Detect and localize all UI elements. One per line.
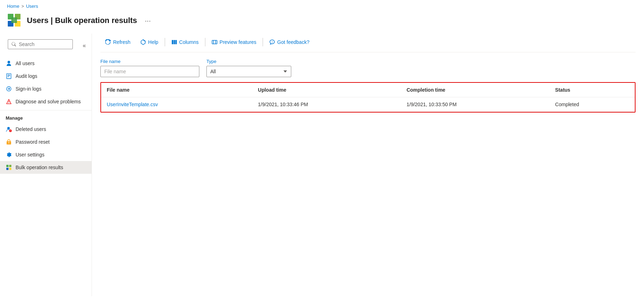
- sidebar-item-all-users-label: All users: [16, 61, 35, 66]
- columns-label: Columns: [179, 39, 199, 45]
- breadcrumb-home[interactable]: Home: [7, 4, 19, 9]
- svg-rect-17: [6, 168, 8, 170]
- cell-completion-time: 1/9/2021, 10:33:50 PM: [401, 97, 549, 112]
- toolbar-separator-1: [165, 38, 165, 46]
- table-header-row: File name Upload time Completion time St…: [101, 83, 635, 97]
- password-icon: [6, 139, 12, 145]
- diagnose-icon: [6, 98, 12, 105]
- table-body: UserInviteTemplate.csv 1/9/2021, 10:33:4…: [101, 97, 635, 112]
- search-input[interactable]: [19, 41, 69, 47]
- cell-upload-time: 1/9/2021, 10:33:46 PM: [252, 97, 401, 112]
- col-completion-time: Completion time: [401, 83, 549, 97]
- feedback-button[interactable]: Got feedback?: [264, 37, 314, 47]
- filename-filter-input[interactable]: [100, 66, 199, 77]
- sidebar-item-user-settings[interactable]: User settings: [0, 148, 92, 161]
- user-icon: [6, 60, 12, 67]
- results-table: File name Upload time Completion time St…: [101, 83, 635, 112]
- sidebar-item-all-users[interactable]: All users: [0, 57, 92, 70]
- svg-rect-22: [212, 40, 217, 44]
- sidebar-item-sign-in-logs-label: Sign-in logs: [16, 86, 41, 92]
- help-icon: [140, 39, 146, 45]
- preview-label: Preview features: [219, 39, 256, 45]
- sidebar-item-bulk-operation-label: Bulk operation results: [16, 165, 63, 170]
- refresh-icon: [105, 39, 111, 45]
- svg-rect-19: [172, 40, 173, 44]
- columns-icon: [171, 39, 177, 45]
- filters-row: File name Type All Bulk create Bulk invi…: [100, 52, 636, 82]
- table-row: UserInviteTemplate.csv 1/9/2021, 10:33:4…: [101, 97, 635, 112]
- refresh-button[interactable]: Refresh: [100, 37, 135, 47]
- type-filter-label: Type: [206, 59, 291, 64]
- svg-rect-15: [6, 165, 8, 167]
- sidebar-item-diagnose[interactable]: Diagnose and solve problems: [0, 95, 92, 108]
- results-table-container: File name Upload time Completion time St…: [100, 82, 636, 113]
- svg-point-12: [7, 127, 10, 130]
- sidebar: « All users Audit logs Sign-in logs: [0, 34, 92, 296]
- table-header: File name Upload time Completion time St…: [101, 83, 635, 97]
- svg-rect-5: [7, 74, 11, 79]
- sidebar-item-sign-in-logs[interactable]: Sign-in logs: [0, 82, 92, 95]
- svg-rect-16: [9, 165, 11, 167]
- feedback-icon: [269, 39, 275, 45]
- sidebar-item-diagnose-label: Diagnose and solve problems: [16, 99, 81, 104]
- col-upload-time: Upload time: [252, 83, 401, 97]
- svg-point-11: [8, 103, 9, 103]
- sidebar-item-deleted-users-label: Deleted users: [16, 126, 46, 132]
- toolbar: Refresh Help Columns: [100, 34, 636, 52]
- cell-filename[interactable]: UserInviteTemplate.csv: [101, 97, 252, 112]
- toolbar-separator-3: [263, 38, 263, 46]
- col-status: Status: [550, 83, 635, 97]
- sidebar-item-user-settings-label: User settings: [16, 152, 45, 157]
- toolbar-separator-2: [205, 38, 205, 46]
- more-options-button[interactable]: ···: [142, 15, 154, 26]
- filename-filter-group: File name: [100, 59, 199, 77]
- sidebar-search-box: [8, 39, 73, 49]
- breadcrumb-separator: >: [22, 4, 24, 9]
- feedback-label: Got feedback?: [277, 39, 309, 45]
- bulk-icon: [6, 164, 12, 171]
- help-button[interactable]: Help: [135, 37, 163, 47]
- page-title: Users | Bulk operation results: [27, 16, 137, 25]
- sidebar-item-audit-logs[interactable]: Audit logs: [0, 70, 92, 82]
- help-label: Help: [148, 39, 158, 45]
- preview-icon: [212, 39, 217, 45]
- sidebar-item-deleted-users[interactable]: Deleted users: [0, 123, 92, 136]
- preview-button[interactable]: Preview features: [207, 37, 261, 47]
- type-filter-select[interactable]: All Bulk create Bulk invite Bulk delete: [206, 66, 291, 77]
- svg-rect-20: [174, 40, 175, 44]
- svg-rect-21: [175, 40, 177, 44]
- type-filter-group: Type All Bulk create Bulk invite Bulk de…: [206, 59, 291, 77]
- type-select-wrapper: All Bulk create Bulk invite Bulk delete: [206, 66, 291, 77]
- deleted-users-icon: [6, 126, 12, 132]
- page-header: Users | Bulk operation results ···: [0, 11, 644, 34]
- main-content: Refresh Help Columns: [92, 34, 644, 296]
- breadcrumb: Home > Users: [0, 0, 644, 11]
- search-icon: [12, 42, 16, 47]
- breadcrumb-users[interactable]: Users: [26, 4, 38, 9]
- sidebar-item-bulk-operation[interactable]: Bulk operation results: [0, 161, 92, 174]
- audit-icon: [6, 73, 12, 79]
- refresh-label: Refresh: [113, 39, 130, 45]
- signin-icon: [6, 86, 12, 92]
- main-layout: « All users Audit logs Sign-in logs: [0, 34, 644, 296]
- columns-button[interactable]: Columns: [166, 37, 204, 47]
- filename-filter-label: File name: [100, 59, 199, 64]
- sidebar-item-audit-logs-label: Audit logs: [16, 73, 37, 79]
- svg-rect-18: [9, 168, 11, 170]
- col-filename: File name: [101, 83, 252, 97]
- app-logo-icon: [7, 13, 22, 28]
- sidebar-item-password-reset[interactable]: Password reset: [0, 136, 92, 148]
- svg-rect-4: [11, 17, 17, 23]
- settings-icon: [6, 151, 12, 158]
- collapse-sidebar-button[interactable]: «: [80, 41, 89, 50]
- cell-status: Completed: [550, 97, 635, 112]
- sidebar-item-password-reset-label: Password reset: [16, 139, 49, 145]
- manage-section-label: Manage: [0, 110, 92, 123]
